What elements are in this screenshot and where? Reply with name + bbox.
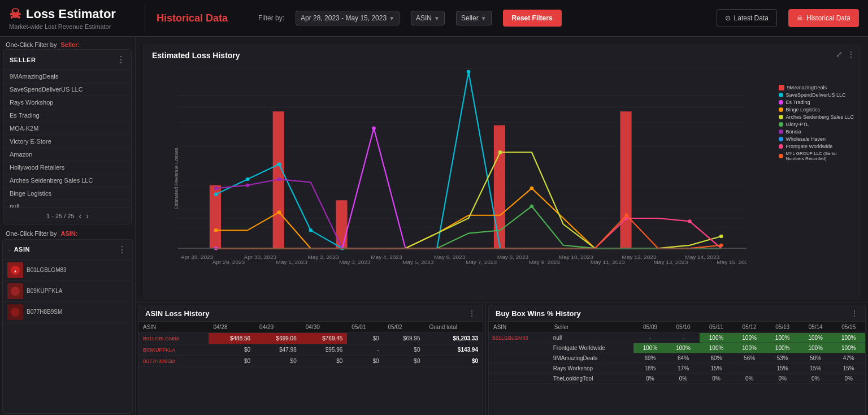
sidebar-item[interactable]: SaveSpendDeliverUS LLC <box>4 83 131 96</box>
main-content: One-Click Filter by Seller: SELLER ⋮ 9MA… <box>0 37 868 415</box>
legend-item: Arches Seidenberg Sales LLC <box>779 114 854 120</box>
cell-pct: 100% <box>733 343 766 353</box>
col-0429: 04/29 <box>255 322 301 333</box>
seller-filter[interactable]: Seller ▼ <box>456 11 492 25</box>
cell-pct: 0% <box>766 374 799 384</box>
asin-loss-table: ASIN 04/28 04/29 04/30 05/01 05/02 Grand… <box>138 322 483 367</box>
cell-pct: 100% <box>700 333 733 343</box>
table-row: B09KUPFKLA $0 $47.98 $95.96 - $0 $143.94 <box>138 344 483 356</box>
cell-value: $769.45 <box>301 333 348 344</box>
reset-filters-button[interactable]: Reset Filters <box>503 10 562 27</box>
asin-row[interactable]: ♦ B01LGBLGM83 <box>3 260 132 281</box>
cell-pct: 0% <box>633 374 667 384</box>
cell-grand-total: $8,203.33 <box>424 333 483 344</box>
asin-minus-icon[interactable]: - <box>8 246 11 253</box>
skull-icon: ☠ <box>9 6 21 22</box>
cell-pct: - <box>633 333 667 343</box>
sidebar-item[interactable]: MOA-K2M <box>4 122 131 135</box>
cell-pct: 0% <box>799 374 832 384</box>
app-subtitle: Market-wide Lost Revenue Estimator <box>9 23 133 30</box>
cell-value: $95.96 <box>301 344 348 356</box>
chart-export-button[interactable]: ⤢ <box>836 50 843 59</box>
cell-pct: 100% <box>700 343 733 353</box>
historical-data-button[interactable]: ☠ Historical Data <box>788 9 859 27</box>
svg-point-47 <box>688 219 692 223</box>
legend-label: Binge Logistics <box>785 107 820 113</box>
buybox-more-button[interactable]: ⋮ <box>850 309 858 318</box>
seller-pagination: 1 - 25 / 25 ‹ › <box>4 208 131 224</box>
svg-point-45 <box>530 205 534 208</box>
prev-page-button[interactable]: ‹ <box>79 211 82 221</box>
legend-color <box>779 85 784 90</box>
sidebar-item[interactable]: Hollywood Retailers <box>4 161 131 174</box>
estimated-loss-title: Estimated Loss History <box>144 45 860 62</box>
svg-point-38 <box>372 127 376 130</box>
sidebar-item[interactable]: Arches Seidenberg Sales LLC <box>4 174 131 187</box>
latest-data-button[interactable]: ⊙ Latest Data <box>717 9 777 27</box>
col-grand-total: Grand total <box>424 322 483 333</box>
svg-text:May 13, 2023: May 13, 2023 <box>653 259 688 265</box>
cell-pct: 0% <box>733 374 766 384</box>
svg-text:May 7, 2023: May 7, 2023 <box>466 259 497 265</box>
sidebar-item[interactable]: Binge Logistics <box>4 187 131 200</box>
sidebar-item[interactable]: Victory E-Store <box>4 135 131 148</box>
cell-pct: 15% <box>832 364 865 374</box>
asin-code: B01LGBLGM83 <box>27 267 67 273</box>
cell-value: $0 <box>347 333 383 344</box>
col-0514: 05/14 <box>799 322 832 333</box>
cell-seller: Frontgate Worldwide <box>550 343 633 353</box>
cell-pct: - <box>667 333 700 343</box>
cell-pct: 100% <box>633 343 667 353</box>
legend-item: Es Trading <box>779 100 854 105</box>
chart-area: Estimated Loss History ⤢ ⋮ Estimated Rev… <box>136 37 868 302</box>
table-row: Frontgate Worldwide 100% 100% 100% 100% … <box>489 343 865 353</box>
col-0430: 04/30 <box>301 322 348 333</box>
legend-item: 9MAmazingDeals <box>779 85 854 90</box>
asin-row[interactable]: B09KUPFKLA <box>3 281 132 302</box>
date-filter[interactable]: Apr 28, 2023 - May 15, 2023 ▼ <box>296 11 400 25</box>
cell-grand-total: $0 <box>424 356 483 367</box>
sidebar-item[interactable]: Es Trading <box>4 109 131 122</box>
sidebar-item[interactable]: Amazon <box>4 148 131 161</box>
legend-item: Wholesale Haven <box>779 136 854 142</box>
seller-filter-label: One-Click Filter by Seller: <box>0 37 135 49</box>
cell-value: - <box>347 344 383 356</box>
cell-asin <box>489 343 550 353</box>
cell-asin <box>489 374 550 384</box>
col-0515: 05/15 <box>832 322 865 333</box>
asin-loss-panel: ASIN Loss History ⋮ ASIN 04/28 04/29 04/… <box>138 305 483 415</box>
logo-area: ☠ Loss Estimator Market-wide Lost Revenu… <box>9 6 133 30</box>
sidebar-item[interactable]: 9MAmazingDeals <box>4 70 131 83</box>
asin-code: B09KUPFKLA <box>27 288 62 294</box>
historical-icon: ☠ <box>797 14 803 22</box>
legend-item: SaveSpendDeliverUS LLC <box>779 92 854 98</box>
cell-asin: B01LGBLGM83 <box>138 333 209 344</box>
cell-pct: 64% <box>667 353 700 364</box>
seller-filter-caret: ▼ <box>481 15 487 21</box>
asin-row[interactable]: B077H8B9SM <box>3 302 132 323</box>
cell-value: $0 <box>384 356 425 367</box>
filter-label: Filter by: <box>258 14 284 22</box>
asin-more-icon[interactable]: ⋮ <box>118 244 127 255</box>
cell-pct: 17% <box>667 364 700 374</box>
seller-more-icon[interactable]: ⋮ <box>116 54 125 65</box>
asin-filter[interactable]: ASIN ▼ <box>411 11 445 25</box>
left-sidebar: One-Click Filter by Seller: SELLER ⋮ 9MA… <box>0 37 136 415</box>
cell-value: $0 <box>301 356 348 367</box>
legend-label: MYL GROUP LLC (SerialNumbers Recorded) <box>785 151 836 161</box>
cell-asin <box>489 364 550 374</box>
sidebar-item[interactable]: Rays Workshop <box>4 96 131 109</box>
chart-more-button[interactable]: ⋮ <box>847 50 855 59</box>
svg-text:May 1, 2023: May 1, 2023 <box>276 259 308 265</box>
cell-value: $0 <box>209 356 255 367</box>
cell-pct: 100% <box>667 343 700 353</box>
svg-point-49 <box>719 244 723 247</box>
next-page-button[interactable]: › <box>86 211 89 221</box>
asin-loss-more-button[interactable]: ⋮ <box>468 309 476 318</box>
legend-label: Es Trading <box>785 100 810 105</box>
cell-pct: 100% <box>799 333 832 343</box>
sidebar-item[interactable]: null <box>4 200 131 208</box>
cell-pct: 56% <box>733 353 766 364</box>
legend-label: 9MAmazingDeals <box>787 85 827 90</box>
chart-legend: 9MAmazingDeals SaveSpendDeliverUS LLC Es… <box>779 85 854 163</box>
